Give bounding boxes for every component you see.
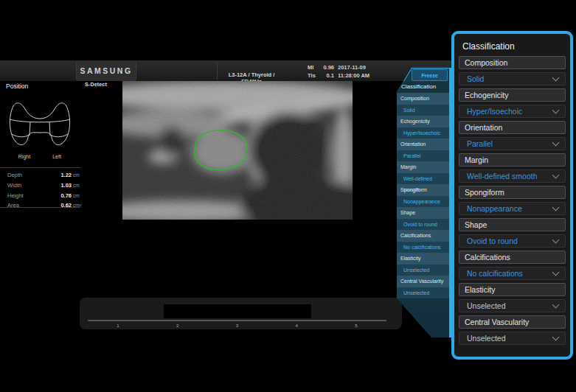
panel-value-dropdown[interactable]: Hyper/Isoechoic xyxy=(459,105,566,118)
panel-divider xyxy=(0,207,80,208)
cine-bar: 12345 xyxy=(80,298,402,329)
date-label: 2017-11-09 xyxy=(338,63,382,71)
time-label: 11:28:00 AM xyxy=(338,71,382,80)
panel-value-dropdown[interactable]: Unselected xyxy=(459,299,566,312)
panel-value-text: Ovoid to round xyxy=(467,237,518,245)
measurement-value: 0.76 xyxy=(41,192,72,199)
measurement-value: 1.03 xyxy=(41,182,72,189)
measurement-label: Height xyxy=(7,192,24,199)
measurement-label: Depth xyxy=(7,172,22,178)
sdetect-label: S-Detect xyxy=(85,82,107,87)
sidebar-category-value[interactable]: Nonappearance xyxy=(397,196,449,208)
ultrasound-workstation-screen: SAMSUNG L3-12A / Thyroid / FR40Hz MI0.96… xyxy=(0,0,576,392)
sidebar-category-label: Composition xyxy=(397,93,449,105)
sidebar-category-value[interactable]: No calcifications xyxy=(397,242,449,253)
panel-value-text: Solid xyxy=(467,74,484,83)
chevron-down-icon xyxy=(552,107,560,114)
measurement-row: Width 1.03 cm xyxy=(0,181,80,191)
panel-category-label: Margin xyxy=(459,153,566,167)
panel-category-label: Echogenicity xyxy=(459,88,566,102)
side-label-left: Left xyxy=(46,154,68,159)
chevron-down-icon xyxy=(552,204,560,211)
panel-value-dropdown[interactable]: Well-defined smooth xyxy=(459,169,566,183)
datetime-block: 2017-11-09 11:28:00 AM xyxy=(338,63,382,80)
measurement-label: Width xyxy=(7,182,21,189)
panel-category-label: Orientation xyxy=(459,121,566,134)
measurement-row: Height 0.76 cm xyxy=(0,191,80,201)
cine-progress-track[interactable] xyxy=(88,320,386,321)
panel-category-label: Elasticity xyxy=(459,283,566,296)
sidebar-category-label: Elasticity xyxy=(397,253,449,265)
tis-value: 0.1 xyxy=(327,71,334,80)
thyroid-position-diagram xyxy=(7,100,72,153)
sidebar-category-label: Spongiform xyxy=(397,184,449,196)
panel-value-dropdown[interactable]: Unselected xyxy=(459,332,566,345)
panel-value-text: Unselected xyxy=(467,334,506,343)
side-label-right: Right xyxy=(13,154,35,159)
sidebar-category-value[interactable]: Hyper/Isoechoic xyxy=(397,127,449,139)
classification-zoom-panel: Classification Composition Solid Echogen… xyxy=(451,31,573,360)
panel-value-text: Nonappearance xyxy=(467,204,522,213)
redacted-annotation-block xyxy=(164,304,311,318)
ultrasound-image xyxy=(122,81,353,220)
chevron-down-icon xyxy=(552,334,560,341)
sidebar-category-label: Margin xyxy=(397,161,449,173)
panel-divider xyxy=(0,167,80,168)
chevron-down-icon xyxy=(552,139,560,147)
panel-category-label: Composition xyxy=(459,56,566,69)
cine-tick: 2 xyxy=(174,323,181,328)
sidebar-category-value[interactable]: Well-defined smooth xyxy=(397,173,449,185)
topbar-divider xyxy=(76,62,77,80)
panel-title: Classification xyxy=(459,38,566,56)
freeze-button-label: Freeze xyxy=(421,73,437,78)
panel-category-label: Calcifications xyxy=(459,251,566,264)
brand-logo: SAMSUNG xyxy=(80,66,132,75)
chevron-down-icon xyxy=(552,269,560,276)
sidebar-category-value[interactable]: Unselected xyxy=(397,287,449,299)
cine-tick: 1 xyxy=(114,323,122,328)
position-panel-title: Position xyxy=(6,83,28,90)
panel-value-text: Well-defined smooth xyxy=(467,172,538,181)
measurement-row: Area 0.62 cm² xyxy=(0,200,80,211)
freeze-button[interactable]: Freeze xyxy=(412,69,448,81)
measurement-unit: cm xyxy=(73,193,80,198)
topbar-divider xyxy=(136,62,136,80)
mi-label: MI xyxy=(308,63,313,71)
panel-value-dropdown[interactable]: No calcifications xyxy=(459,267,566,280)
panel-value-dropdown[interactable]: Ovoid to round xyxy=(459,234,566,248)
sidebar-category-label: Central Vascularity xyxy=(397,276,449,287)
brand-segment: SAMSUNG xyxy=(77,60,136,81)
panel-category-label: Central Vascularity xyxy=(459,315,566,329)
panel-value-dropdown[interactable]: Solid xyxy=(459,72,566,85)
panel-category-label: Spongiform xyxy=(459,186,566,199)
measurement-unit: cm xyxy=(73,183,80,188)
panel-value-text: No calcifications xyxy=(467,269,523,278)
sidebar-category-value[interactable]: Solid xyxy=(397,105,449,116)
acoustic-output-block: MI0.96 TIs0.1 xyxy=(308,63,334,80)
sidebar-category-label: Calcifications xyxy=(397,230,449,242)
cine-tick: 4 xyxy=(293,323,300,328)
cine-tick: 5 xyxy=(353,323,360,328)
panel-value-text: Hyper/Isoechoic xyxy=(467,107,522,116)
panel-classification-list: Composition Solid Echogenicity Hyper/Iso… xyxy=(459,56,566,345)
panel-value-dropdown[interactable]: Nonappearance xyxy=(459,202,566,215)
topbar-divider xyxy=(217,62,218,80)
sidebar-classification-title: Classification xyxy=(397,81,449,93)
sidebar-category-label: Shape xyxy=(397,207,449,219)
sidebar-classification-list: Classification Composition Solid Echogen… xyxy=(397,81,449,298)
ultrasound-image-area xyxy=(122,81,353,220)
panel-value-text: Parallel xyxy=(467,139,493,148)
classification-sidebar: Freeze Classification Composition Solid … xyxy=(397,68,451,337)
sidebar-category-label: Echogenicity xyxy=(397,116,449,127)
chevron-down-icon xyxy=(552,74,560,82)
panel-value-dropdown[interactable]: Parallel xyxy=(459,137,566,150)
sidebar-category-label: Orientation xyxy=(397,139,449,150)
panel-value-text: Unselected xyxy=(467,301,506,310)
sidebar-category-value[interactable]: Parallel xyxy=(397,150,449,162)
measurement-value: 1.22 xyxy=(41,172,72,178)
panel-category-label: Shape xyxy=(459,218,566,231)
measurement-label: Area xyxy=(7,202,19,209)
sidebar-category-value[interactable]: Ovoid to round xyxy=(397,219,449,231)
sidebar-category-value[interactable]: Unselected xyxy=(397,265,449,276)
mi-value: 0.96 xyxy=(323,63,334,71)
